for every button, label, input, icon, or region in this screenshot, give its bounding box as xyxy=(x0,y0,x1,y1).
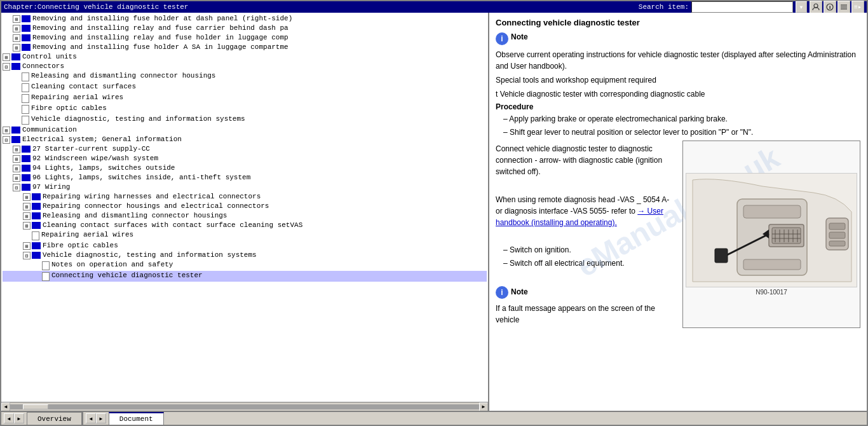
two-column-section: Connect vehicle diagnostic tester to dia… xyxy=(496,141,860,328)
expand-icon[interactable]: ⊞ xyxy=(23,242,31,250)
svg-text:i: i xyxy=(829,4,831,10)
note-box-1: i Note xyxy=(496,32,860,45)
list-item[interactable]: ⊞ Releasing and dismantling connector ho… xyxy=(3,211,487,221)
folder-icon xyxy=(32,242,41,249)
doc-icon xyxy=(22,116,29,125)
list-item[interactable]: ⊞ Removing and installing relay and fuse… xyxy=(3,24,487,33)
folder-icon xyxy=(32,203,41,210)
procedure-list: Apply parking brake or operate electrome… xyxy=(496,113,860,138)
list-item[interactable]: ⊞ Repairing connector housings and elect… xyxy=(3,202,487,211)
expand-icon[interactable]: ⊞ xyxy=(23,193,31,201)
bottom-bar: ◀ ▶ Overview ◀ ▶ Document xyxy=(1,411,867,425)
folder-icon xyxy=(32,193,41,200)
tab-overview[interactable]: Overview xyxy=(27,412,82,425)
main-content: ⊞ Removing and installing fuse holder at… xyxy=(1,13,867,411)
horizontal-scrollbar[interactable]: ◀ ▶ xyxy=(1,402,488,411)
scroll-right-btn[interactable]: ▶ xyxy=(479,402,488,411)
list-item[interactable]: ⊞ Fibre optic cables xyxy=(3,241,487,251)
procedure-step-1: Apply parking brake or operate electrome… xyxy=(496,113,860,125)
search-dropdown[interactable]: ▼ xyxy=(796,1,807,13)
list-item[interactable]: ⊞ Control units xyxy=(3,52,487,62)
folder-icon xyxy=(22,174,31,181)
document-title: Connecting vehicle diagnostic tester xyxy=(496,18,860,27)
svg-rect-19 xyxy=(743,205,801,218)
expand-icon[interactable]: ⊟ xyxy=(13,184,20,191)
list-item-active[interactable]: Connecting vehicle diagnostic tester xyxy=(3,271,487,282)
expand-icon[interactable]: ⊞ xyxy=(13,155,20,163)
extra-btn[interactable]: ≡▸ xyxy=(851,1,864,13)
list-item[interactable]: ⊟ Vehicle diagnostic, testing and inform… xyxy=(3,251,487,260)
expand-icon[interactable]: ⊟ xyxy=(3,136,10,144)
list-item[interactable]: Vehicle diagnostic, testing and informat… xyxy=(3,114,487,125)
menu-icon-btn[interactable] xyxy=(837,1,850,13)
scroll-left-btn[interactable]: ◀ xyxy=(1,402,10,411)
expand-icon[interactable]: ⊞ xyxy=(13,25,20,32)
folder-icon xyxy=(11,53,20,60)
expand-icon[interactable]: ⊞ xyxy=(23,212,31,220)
doc-icon xyxy=(22,72,29,81)
expand-icon[interactable]: ⊟ xyxy=(23,252,31,259)
step-switch-off-electrical: Switch off all electrical equipment. xyxy=(496,258,677,269)
nav-arrows-right: ◀ ▶ xyxy=(83,412,109,425)
expand-icon[interactable]: ⊞ xyxy=(3,127,10,134)
search-label: Search item: xyxy=(639,3,689,11)
right-pane: eManuals.co.uk Connecting vehicle diagno… xyxy=(489,13,867,411)
list-item[interactable]: Cleaning contact surfaces xyxy=(3,82,487,93)
info-icon-2: i xyxy=(496,286,508,299)
list-item[interactable]: ⊞ Communication xyxy=(3,125,487,135)
note-box-2: i Note xyxy=(496,286,677,299)
note2-text: If a fault message appears on the screen… xyxy=(496,303,677,326)
list-item[interactable]: ⊞ 94 Lights, lamps, switches outside xyxy=(3,163,487,173)
tab-left-section: ◀ ▶ Overview xyxy=(1,412,83,425)
nav-prev-doc-btn[interactable]: ◀ xyxy=(86,413,96,423)
tree-area[interactable]: ⊞ Removing and installing fuse holder at… xyxy=(1,13,488,402)
main-window: Chapter:Connecting vehicle diagnostic te… xyxy=(0,0,868,426)
list-item[interactable]: ⊞ 92 Windscreen wipe/wash system xyxy=(3,154,487,163)
folder-icon xyxy=(11,127,20,134)
expand-icon[interactable]: ⊞ xyxy=(13,15,20,23)
doc-icon xyxy=(42,272,50,281)
step-switch-ignition: Switch on ignition. xyxy=(496,244,677,256)
list-item[interactable]: Repairing aerial wires xyxy=(3,93,487,104)
window-title: Chapter:Connecting vehicle diagnostic te… xyxy=(4,3,188,11)
nav-next-doc-btn[interactable]: ▶ xyxy=(96,413,106,423)
list-item[interactable]: ⊞ Removing and installing fuse holder at… xyxy=(3,14,487,24)
list-item[interactable]: ⊞ Cleaning contact surfaces with contact… xyxy=(3,221,487,230)
svg-rect-23 xyxy=(829,232,845,238)
info-icon-btn[interactable]: i xyxy=(824,1,836,13)
list-item[interactable]: Notes on operation and safety xyxy=(3,260,487,271)
expand-icon[interactable]: ⊟ xyxy=(3,63,10,71)
list-item[interactable]: ⊞ Repairing wiring harnesses and electri… xyxy=(3,192,487,202)
nav-back-btn[interactable]: ◀ xyxy=(4,413,14,423)
expand-icon[interactable]: ⊞ xyxy=(3,53,10,61)
expand-icon[interactable]: ⊞ xyxy=(13,44,20,52)
list-item[interactable]: Releasing and dismantling connector hous… xyxy=(3,71,487,82)
list-item[interactable]: ⊟ 97 Wiring xyxy=(3,182,487,192)
connector-diagram xyxy=(686,173,857,287)
scroll-thumb[interactable] xyxy=(23,404,48,409)
expand-icon[interactable]: ⊞ xyxy=(13,146,20,153)
list-item[interactable]: Fibre optic cables xyxy=(3,104,487,114)
svg-point-0 xyxy=(814,4,818,8)
list-item[interactable]: ⊟ Connectors xyxy=(3,62,487,71)
info-icon-1: i xyxy=(496,32,508,45)
expand-icon[interactable]: ⊞ xyxy=(23,203,31,210)
list-item[interactable]: Repairing aerial wires xyxy=(3,230,487,241)
list-item[interactable]: ⊞ 96 Lights, lamps, switches inside, ant… xyxy=(3,173,487,182)
expand-icon[interactable]: ⊞ xyxy=(23,222,31,230)
special-tools-text: Special tools and workshop equipment req… xyxy=(496,74,860,86)
expand-icon[interactable]: ⊞ xyxy=(13,34,20,42)
list-item[interactable]: ⊞ 27 Starter-current supply-CC xyxy=(3,144,487,154)
list-item[interactable]: ⊞ Removing and installing relay and fuse… xyxy=(3,33,487,43)
expand-icon[interactable]: ⊞ xyxy=(13,174,20,182)
list-item[interactable]: ⊞ Removing and installing fuse holder A … xyxy=(3,43,487,52)
nav-forward-btn[interactable]: ▶ xyxy=(14,413,24,423)
list-item[interactable]: ⊟ Electrical system; General information xyxy=(3,135,487,144)
search-input[interactable] xyxy=(691,1,793,13)
user-icon-btn[interactable] xyxy=(810,1,822,13)
procedure-step-2: Shift gear lever to neutral position or … xyxy=(496,127,860,138)
user-handbook-link[interactable]: → User handbook (installing and operatin… xyxy=(496,207,663,227)
expand-icon[interactable]: ⊞ xyxy=(13,165,20,172)
folder-icon xyxy=(22,25,31,32)
tab-document[interactable]: Document xyxy=(109,412,164,425)
